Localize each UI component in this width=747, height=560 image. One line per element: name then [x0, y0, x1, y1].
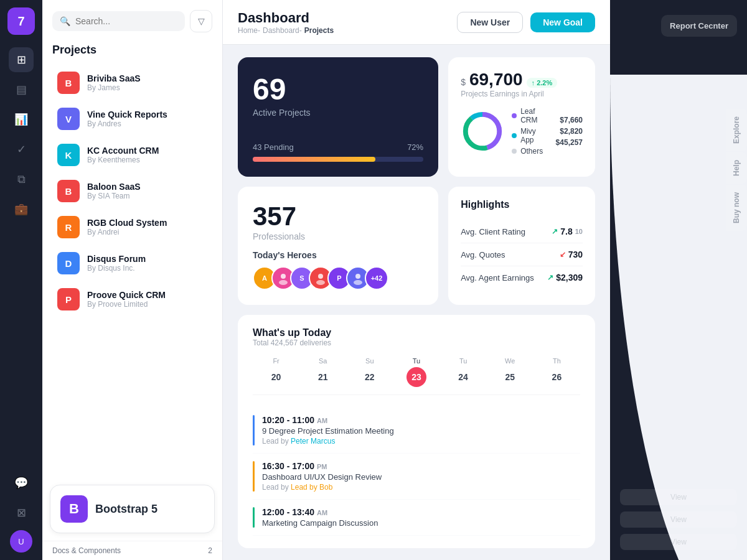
- breadcrumb-dashboard: Dashboard-: [263, 26, 302, 35]
- sidebar-icon-layers[interactable]: ⧉: [9, 167, 34, 192]
- event-border: [253, 415, 255, 446]
- page-title: Dashboard: [238, 10, 334, 26]
- svg-point-9: [354, 280, 362, 285]
- highlight-number: $2,309: [556, 273, 583, 282]
- project-name: Vine Quick Reports: [87, 110, 167, 119]
- breadcrumb-current: Projects: [304, 26, 334, 35]
- project-item[interactable]: B Baloon SaaS By SIA Team: [47, 174, 217, 208]
- active-projects-label: Active Projects: [253, 108, 423, 118]
- card-active-projects: 69 Active Projects 43 Pending 72%: [238, 57, 438, 177]
- legend-dot: [512, 149, 517, 154]
- project-item[interactable]: R RGB Cloud System By Andrei: [47, 210, 217, 245]
- event-border: [253, 461, 255, 492]
- user-badge[interactable]: 7: [7, 7, 35, 35]
- highlights-title: Highlights: [461, 199, 583, 210]
- project-name: RGB Cloud System: [87, 218, 167, 228]
- avatar-more: +42: [365, 266, 388, 290]
- day-num: 25: [500, 367, 520, 387]
- day-num-active: 23: [406, 367, 426, 387]
- search-icon: 🔍: [60, 16, 70, 26]
- day-item[interactable]: Tu 24: [440, 357, 487, 387]
- legend-name: Others: [520, 147, 543, 156]
- project-by: By Proove Limited: [87, 300, 166, 309]
- day-item[interactable]: We 25: [487, 357, 533, 387]
- project-by: By Keenthemes: [87, 156, 159, 164]
- new-user-button[interactable]: New User: [457, 12, 523, 33]
- event-lead-link[interactable]: Peter Marcus: [291, 437, 335, 446]
- card-highlights: Highlights Avg. Client Rating ↗ 7.8 10 A…: [448, 187, 595, 305]
- project-name: Proove Quick CRM: [87, 290, 166, 300]
- middle-row: 357 Professionals Today's Heroes A S P: [238, 187, 595, 305]
- event-lead-link[interactable]: Lead by Bob: [291, 483, 332, 492]
- active-projects-number: 69: [253, 72, 423, 106]
- filter-button[interactable]: ▽: [190, 10, 212, 32]
- header-title-block: Dashboard Home- Dashboard- Projects: [238, 10, 334, 35]
- day-item[interactable]: Sa 21: [299, 357, 346, 387]
- svg-point-5: [279, 280, 288, 285]
- event-item: 12:00 - 13:40 AM Marketing Campaign Disc…: [253, 500, 580, 536]
- search-input[interactable]: [75, 16, 177, 26]
- sidebar-icon-briefcase[interactable]: 💼: [9, 197, 34, 222]
- earnings-badge: ↑ 2.2%: [527, 78, 558, 88]
- sidebar-icon-chart[interactable]: 📊: [9, 107, 34, 132]
- right-panel-content: Report Cecnter Explore Help Buy now View…: [610, 0, 747, 560]
- days-row: Fr 20 Sa 21 Su 22 Tu 23 Tu 24: [253, 357, 580, 395]
- sidebar-icon-grid2[interactable]: ⊠: [9, 500, 34, 525]
- project-logo: R: [57, 216, 80, 238]
- sidebar-icon-layout[interactable]: ▤: [9, 77, 34, 102]
- day-item[interactable]: Fr 20: [253, 357, 299, 387]
- header-actions: New User New Goal: [457, 12, 595, 33]
- sidebar-icon-check[interactable]: ✓: [9, 137, 34, 162]
- bootstrap-label: Bootstrap 5: [95, 503, 157, 516]
- highlight-number: 7.8: [560, 226, 572, 236]
- right-tab-buynow[interactable]: Buy now: [726, 185, 747, 231]
- breadcrumb: Home- Dashboard- Projects: [238, 26, 334, 35]
- view-button-3[interactable]: View: [620, 534, 737, 550]
- event-lead: Lead by Lead by Bob: [262, 483, 382, 492]
- project-item[interactable]: B Briviba SaaS By James: [47, 65, 217, 100]
- project-item[interactable]: K KC Account CRM By Keenthemes: [47, 138, 217, 172]
- day-name: Fr: [273, 357, 279, 365]
- highlight-val: ↗ $2,309: [547, 273, 583, 282]
- day-name: Th: [553, 357, 561, 365]
- earnings-num: 69,700: [469, 70, 523, 90]
- new-goal-button[interactable]: New Goal: [530, 12, 595, 32]
- sidebar-icon-grid[interactable]: ⊞: [9, 47, 34, 72]
- project-logo: K: [57, 144, 80, 166]
- earnings-subtitle: Projects Earnings in April: [461, 90, 583, 98]
- event-details: 10:20 - 11:00 AM 9 Degree Project Estima…: [262, 415, 394, 446]
- docs-link[interactable]: Docs & Components 2: [42, 541, 222, 560]
- day-item[interactable]: Su 22: [346, 357, 393, 387]
- legend-val: $2,820: [556, 127, 583, 136]
- search-bar: 🔍 ▽: [42, 0, 222, 39]
- project-item[interactable]: P Proove Quick CRM By Proove Limited: [47, 282, 217, 317]
- event-item: 10:20 - 11:00 AM 9 Degree Project Estima…: [253, 408, 580, 454]
- project-by: By Disqus Inc.: [87, 264, 146, 273]
- legend-val: $7,660: [556, 116, 583, 124]
- project-list: B Briviba SaaS By James V Vine Quick Rep…: [42, 64, 222, 477]
- sidebar-user-avatar[interactable]: U: [10, 530, 32, 553]
- report-center-button[interactable]: Report Cecnter: [661, 15, 737, 37]
- project-logo: D: [57, 252, 80, 274]
- project-logo: V: [57, 108, 80, 130]
- right-tab-help[interactable]: Help: [726, 152, 747, 184]
- day-item[interactable]: Th 26: [533, 357, 580, 387]
- project-by: By James: [87, 83, 141, 92]
- sidebar-icon-message[interactable]: 💬: [9, 470, 34, 495]
- day-item-active[interactable]: Tu 23: [393, 357, 439, 387]
- view-button-1[interactable]: View: [620, 489, 737, 505]
- view-button-2[interactable]: View: [620, 511, 737, 528]
- event-border: [253, 507, 255, 528]
- search-input-wrapper[interactable]: 🔍: [52, 11, 185, 31]
- report-center-area: Report Cecnter: [610, 5, 747, 47]
- legend-name: Leaf CRM: [520, 107, 548, 124]
- project-item[interactable]: V Vine Quick Reports By Andres: [47, 101, 217, 136]
- right-tab-explore[interactable]: Explore: [726, 109, 747, 151]
- project-name: Disqus Forum: [87, 254, 146, 264]
- card-earnings: $ 69,700 ↑ 2.2% Projects Earnings in Apr…: [448, 57, 595, 177]
- earnings-legend: Leaf CRM Mivy App Others: [512, 107, 548, 156]
- right-bottom-buttons: View View View: [610, 479, 747, 560]
- legend-dot: [512, 113, 517, 118]
- bootstrap-promo-card[interactable]: B Bootstrap 5: [50, 485, 215, 533]
- project-item[interactable]: D Disqus Forum By Disqus Inc.: [47, 246, 217, 281]
